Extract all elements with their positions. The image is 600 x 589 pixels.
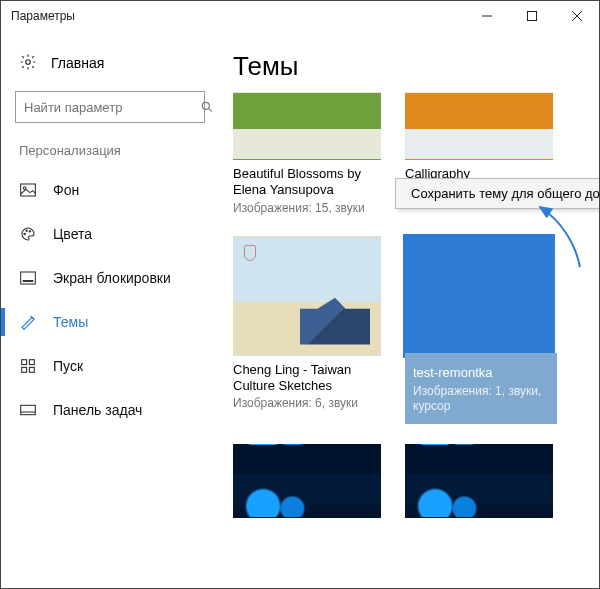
sidebar-item-start[interactable]: Пуск (1, 344, 219, 388)
theme-card[interactable] (233, 444, 381, 518)
titlebar: Параметры (1, 1, 599, 31)
svg-point-9 (24, 233, 25, 234)
settings-window: Параметры Главная (0, 0, 600, 589)
theme-thumbnail (233, 92, 381, 160)
svg-rect-13 (23, 280, 34, 282)
svg-rect-15 (29, 360, 34, 365)
context-menu-item-save-share[interactable]: Сохранить тему для общего доступа (397, 180, 599, 207)
sidebar-item-colors[interactable]: Цвета (1, 212, 219, 256)
theme-card-selected[interactable]: test-remontka Изображения: 1, звуки, кур… (405, 236, 557, 424)
sidebar-item-label: Темы (53, 314, 88, 330)
theme-thumbnail (405, 92, 553, 160)
svg-rect-1 (527, 12, 536, 21)
svg-point-4 (26, 59, 31, 64)
maximize-button[interactable] (509, 1, 554, 31)
section-header: Персонализация (1, 137, 219, 168)
theme-thumbnail (405, 236, 553, 356)
theme-thumbnail (233, 444, 381, 518)
search-icon (200, 100, 214, 114)
theme-thumbnail (405, 444, 553, 518)
sidebar-item-label: Фон (53, 182, 79, 198)
svg-rect-18 (21, 405, 36, 414)
sidebar-item-label: Цвета (53, 226, 92, 242)
gear-icon (19, 53, 37, 74)
svg-point-10 (26, 230, 27, 231)
themes-grid: Beautiful Blossoms by Elena Yansupova Из… (229, 88, 599, 522)
theme-card[interactable]: Cheng Ling - Taiwan Culture Sketches Изо… (233, 236, 381, 424)
sidebar-item-label: Панель задач (53, 402, 142, 418)
page-title: Темы (233, 51, 599, 82)
theme-card[interactable] (405, 444, 553, 518)
home-button[interactable]: Главная (1, 43, 219, 83)
start-icon (19, 359, 37, 373)
search-input[interactable] (15, 91, 205, 123)
window-title: Параметры (11, 9, 75, 23)
sidebar-item-lockscreen[interactable]: Экран блокировки (1, 256, 219, 300)
themes-icon (19, 314, 37, 330)
close-button[interactable] (554, 1, 599, 31)
theme-name: Beautiful Blossoms by Elena Yansupova (233, 166, 381, 199)
selected-overlay: test-remontka Изображения: 1, звуки, кур… (405, 353, 557, 423)
svg-rect-12 (21, 272, 36, 284)
search-field[interactable] (16, 100, 200, 115)
palette-icon (19, 226, 37, 242)
theme-meta: Изображения: 1, звуки, курсор (413, 384, 549, 414)
sidebar-item-label: Пуск (53, 358, 83, 374)
sidebar-item-themes[interactable]: Темы (1, 300, 219, 344)
theme-meta: Изображения: 15, звуки (233, 201, 381, 216)
context-menu: Сохранить тему для общего доступа (395, 178, 599, 209)
sidebar-item-taskbar[interactable]: Панель задач (1, 388, 219, 432)
svg-point-5 (202, 102, 209, 109)
taskbar-icon (19, 404, 37, 416)
sidebar-item-label: Экран блокировки (53, 270, 171, 286)
svg-rect-17 (29, 367, 34, 372)
picture-icon (19, 183, 37, 197)
theme-thumbnail (233, 236, 381, 356)
svg-line-6 (208, 108, 211, 111)
svg-point-11 (29, 231, 30, 232)
theme-card[interactable]: Beautiful Blossoms by Elena Yansupova Из… (233, 92, 381, 216)
theme-meta: Изображения: 6, звуки (233, 396, 381, 411)
theme-name: Cheng Ling - Taiwan Culture Sketches (233, 362, 381, 395)
sidebar-item-background[interactable]: Фон (1, 168, 219, 212)
theme-card[interactable]: Calligraphy Изображения: 6, звуки Сохран… (405, 92, 553, 216)
svg-rect-14 (22, 360, 27, 365)
minimize-button[interactable] (464, 1, 509, 31)
svg-rect-16 (22, 367, 27, 372)
main-content: Темы Beautiful Blossoms by Elena Yansupo… (219, 31, 599, 588)
home-label: Главная (51, 55, 104, 71)
svg-rect-7 (21, 184, 36, 196)
nav-list: Фон Цвета Экран блокировки Темы Пуск (1, 168, 219, 432)
sidebar: Главная Персонализация Фон Цвета (1, 31, 219, 588)
svg-point-8 (23, 187, 26, 190)
lockscreen-icon (19, 271, 37, 285)
theme-name: test-remontka (413, 365, 549, 381)
